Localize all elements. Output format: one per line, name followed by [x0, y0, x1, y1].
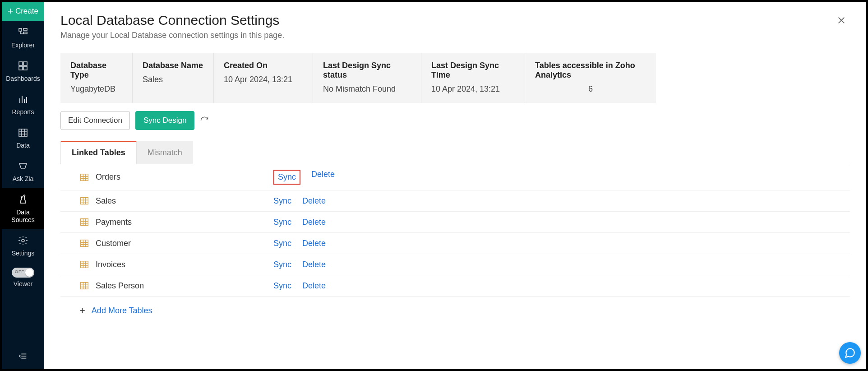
sidebar-item-ask-zia[interactable]: Ask Zia — [2, 154, 44, 188]
table-icon — [79, 260, 89, 269]
table-row: InvoicesSyncDelete — [60, 254, 850, 275]
svg-point-8 — [21, 196, 23, 198]
page-title: Local Database Connection Settings — [60, 13, 284, 28]
delete-link[interactable]: Delete — [302, 239, 326, 248]
plus-icon: + — [8, 6, 14, 16]
table-icon — [79, 196, 89, 206]
sidebar-item-explorer[interactable]: Explorer — [2, 21, 44, 54]
sidebar: + Create Explorer Dashboards Reports — [2, 2, 44, 369]
sync-link[interactable]: Sync — [273, 196, 291, 206]
close-button[interactable] — [833, 13, 850, 30]
sync-link[interactable]: Sync — [273, 281, 291, 291]
info-db-name-value: Sales — [143, 75, 203, 84]
sync-link[interactable]: Sync — [273, 239, 291, 248]
reports-icon — [18, 94, 28, 105]
svg-rect-14 — [81, 240, 88, 247]
chat-fab[interactable] — [839, 342, 861, 364]
svg-rect-12 — [81, 198, 88, 204]
info-last-time-label: Last Design Sync Time — [431, 61, 515, 80]
sidebar-collapse-button[interactable] — [2, 343, 44, 369]
svg-rect-1 — [23, 28, 27, 30]
svg-rect-4 — [23, 62, 27, 65]
info-db-type-label: Database Type — [70, 61, 122, 80]
delete-link[interactable]: Delete — [302, 281, 326, 291]
svg-rect-3 — [19, 62, 23, 65]
edit-connection-button[interactable]: Edit Connection — [60, 111, 130, 130]
table-name: Customer — [96, 239, 131, 248]
nav-label: Data — [16, 142, 30, 149]
data-icon — [18, 127, 28, 138]
table-icon — [79, 238, 89, 248]
sidebar-item-settings[interactable]: Settings — [2, 229, 44, 262]
info-db-type-value: YugabyteDB — [70, 84, 122, 94]
info-last-time-value: 10 Apr 2024, 13:21 — [431, 84, 515, 94]
info-bar: Database Type YugabyteDB Database Name S… — [60, 53, 656, 103]
svg-rect-7 — [19, 129, 27, 136]
delete-link[interactable]: Delete — [302, 260, 326, 269]
nav-label: Dashboards — [6, 75, 40, 82]
svg-rect-13 — [81, 219, 88, 226]
sync-link[interactable]: Sync — [273, 218, 291, 227]
dashboards-icon — [18, 60, 28, 71]
viewer-toggle[interactable]: OFF — [12, 268, 34, 278]
refresh-icon[interactable] — [200, 116, 209, 125]
info-tables-count-label: Tables accessible in Zoho Analytics — [535, 61, 646, 80]
ask-zia-icon — [18, 161, 28, 172]
info-last-status-value: No Mismatch Found — [323, 84, 411, 94]
nav-label: Reports — [12, 108, 34, 116]
sidebar-item-data-sources[interactable]: Data Sources — [2, 188, 44, 228]
page-subtitle: Manage your Local Database connection se… — [60, 31, 284, 40]
info-created-on-label: Created On — [224, 61, 303, 70]
sidebar-item-data[interactable]: Data — [2, 121, 44, 154]
svg-rect-11 — [81, 174, 88, 181]
sidebar-item-dashboards[interactable]: Dashboards — [2, 54, 44, 88]
svg-rect-6 — [23, 66, 27, 70]
add-more-tables-link[interactable]: Add More Tables — [92, 306, 152, 315]
delete-link[interactable]: Delete — [302, 218, 326, 227]
svg-rect-0 — [19, 28, 22, 31]
toggle-off-label: OFF — [15, 269, 24, 274]
tables-list: OrdersSyncDeleteSalesSyncDeletePaymentsS… — [60, 164, 850, 297]
svg-point-9 — [24, 195, 25, 196]
sync-design-button[interactable]: Sync Design — [135, 111, 194, 130]
sidebar-item-reports[interactable]: Reports — [2, 88, 44, 121]
info-tables-count-value: 6 — [535, 84, 646, 94]
settings-icon — [18, 235, 28, 246]
table-row: PaymentsSyncDelete — [60, 212, 850, 233]
explorer-icon — [18, 27, 28, 38]
data-sources-icon — [18, 194, 28, 205]
nav-label: Ask Zia — [13, 175, 34, 182]
svg-point-10 — [22, 239, 24, 242]
table-name: Sales Person — [96, 281, 144, 291]
tabs: Linked Tables Mismatch — [60, 141, 850, 164]
table-row: Sales PersonSyncDelete — [60, 275, 850, 297]
table-icon — [79, 217, 89, 227]
svg-rect-2 — [23, 32, 27, 34]
svg-rect-5 — [19, 66, 23, 70]
table-row: CustomerSyncDelete — [60, 233, 850, 254]
main-content: Local Database Connection Settings Manag… — [44, 2, 866, 369]
nav-label: Explorer — [11, 42, 35, 49]
sync-link[interactable]: Sync — [273, 260, 291, 269]
table-name: Payments — [96, 218, 132, 227]
nav-label: Settings — [12, 250, 35, 257]
svg-rect-16 — [81, 283, 88, 289]
sync-link[interactable]: Sync — [273, 170, 300, 185]
delete-link[interactable]: Delete — [302, 196, 326, 206]
viewer-toggle-wrap: OFF Viewer — [2, 262, 44, 293]
info-last-status-label: Last Design Sync status — [323, 61, 411, 80]
table-row: OrdersSyncDelete — [60, 164, 850, 190]
table-icon — [79, 172, 89, 182]
tab-linked-tables[interactable]: Linked Tables — [60, 141, 137, 164]
viewer-label: Viewer — [14, 280, 33, 288]
create-label: Create — [15, 7, 38, 16]
nav-label: Data Sources — [11, 209, 34, 223]
tab-mismatch[interactable]: Mismatch — [137, 141, 193, 164]
table-name: Sales — [96, 196, 116, 206]
info-created-on-value: 10 Apr 2024, 13:21 — [224, 75, 303, 84]
table-name: Orders — [96, 172, 120, 182]
delete-link[interactable]: Delete — [311, 170, 335, 185]
add-plus-icon[interactable]: + — [79, 306, 85, 315]
svg-rect-15 — [81, 261, 88, 268]
create-button[interactable]: + Create — [2, 2, 44, 21]
